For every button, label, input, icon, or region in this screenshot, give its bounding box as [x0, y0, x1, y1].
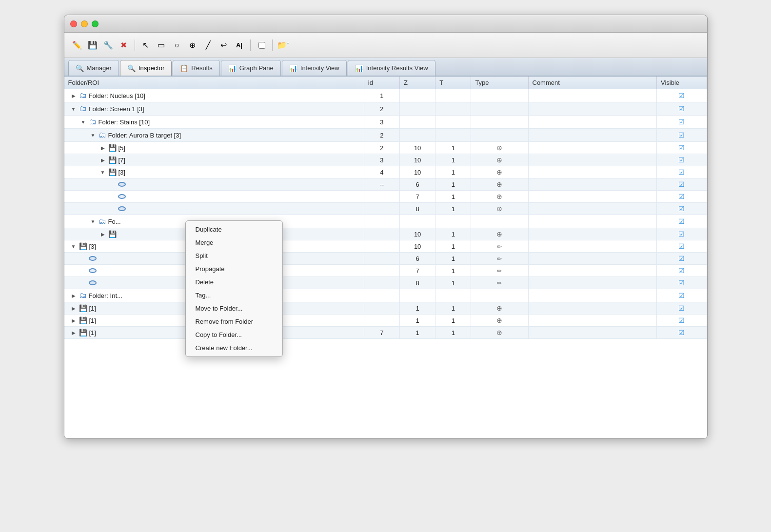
cell-type: ⊕ — [471, 142, 528, 154]
col-header-type: Type — [471, 77, 528, 89]
freehand-icon[interactable]: ↩ — [217, 39, 231, 52]
tree-expander[interactable]: ▶ — [70, 92, 77, 99]
context-menu-item-split[interactable]: Split — [186, 249, 282, 262]
table-body: ▶🗂Folder: Nucleus [10]1☑▼🗂Folder: Screen… — [64, 89, 707, 339]
table-scroll-area[interactable]: Folder/ROI id Z T Type Comment Visible ▶… — [64, 77, 707, 438]
tree-expander[interactable]: ▶ — [70, 305, 77, 312]
oval-icon — [118, 206, 126, 211]
cell-t: 1 — [435, 191, 471, 203]
cell-z: 7 — [400, 265, 435, 277]
table-row[interactable]: ▶💾[1]711⊕☑ — [64, 327, 707, 339]
line-icon[interactable]: ╱ — [201, 39, 215, 52]
table-row[interactable]: ▶🗂Folder: Nucleus [10]1☑ — [64, 89, 707, 102]
check-visible-icon: ☑ — [678, 316, 685, 324]
check-visible-icon: ☑ — [678, 118, 685, 126]
tree-expander[interactable]: ▶ — [99, 231, 106, 237]
tree-expander[interactable]: ▼ — [90, 218, 97, 225]
table-row[interactable]: 71✏☑ — [64, 265, 707, 277]
check-visible-icon: ☑ — [678, 230, 685, 238]
table-row[interactable]: --61⊕☑ — [64, 178, 707, 191]
cell-folder-roi: ▼🗂Folder: Aurora B target [3] — [64, 129, 364, 142]
table-row[interactable]: ▶💾[5]2101⊕☑ — [64, 142, 707, 154]
table-row[interactable]: 71⊕☑ — [64, 191, 707, 203]
table-row[interactable]: ▼💾[3]101✏☑ — [64, 240, 707, 253]
crosshair-icon[interactable]: ⊕ — [186, 39, 199, 52]
cell-z — [400, 289, 435, 302]
tab-manager[interactable]: 🔍 Manager — [68, 60, 119, 76]
crosshair-type-icon: ⊕ — [496, 316, 502, 324]
table-row[interactable]: 61✏☑ — [64, 253, 707, 265]
tree-expander[interactable]: ▶ — [99, 144, 106, 151]
table-row[interactable]: ▶🗂Folder: Int...☑ — [64, 289, 707, 302]
table-row[interactable]: ▶💾[1]11⊕☑ — [64, 315, 707, 327]
tree-expander[interactable]: ▼ — [70, 105, 77, 112]
table-row[interactable]: ▼🗂Fo...☑ — [64, 215, 707, 228]
tree-expander[interactable]: ▶ — [70, 317, 77, 324]
cell-id — [364, 228, 399, 240]
tree-expander[interactable]: ▼ — [90, 132, 97, 138]
tree-expander[interactable]: ▶ — [70, 329, 77, 336]
context-menu-item-delete[interactable]: Delete — [186, 276, 282, 289]
ellipse-icon[interactable]: ○ — [170, 39, 184, 52]
cell-type: ✏ — [471, 265, 528, 277]
edit-icon[interactable]: ✏️ — [70, 39, 84, 52]
check-visible-icon: ☑ — [678, 304, 685, 312]
table-row[interactable]: ▶💾[1]11⊕☑ — [64, 302, 707, 315]
context-menu-item-duplicate[interactable]: Duplicate — [186, 223, 282, 236]
close-button[interactable] — [70, 20, 77, 27]
tree-item-label: [3] — [89, 243, 96, 250]
title-bar — [64, 15, 707, 33]
tab-results[interactable]: 📋 Results — [173, 60, 219, 76]
cell-z: 6 — [400, 253, 435, 265]
tree-expander[interactable]: ▶ — [70, 292, 77, 299]
context-menu-item-propagate[interactable]: Propagate — [186, 262, 282, 276]
context-menu-item-create-new-folder[interactable]: Create new Folder... — [186, 341, 282, 355]
text-icon[interactable]: A| — [233, 39, 246, 52]
table-row[interactable]: ▼💾[3]4101⊕☑ — [64, 166, 707, 178]
maximize-button[interactable] — [92, 20, 99, 27]
tree-expander[interactable]: ▼ — [70, 243, 77, 250]
table-row[interactable]: ▼🗂Folder: Aurora B target [3]2☑ — [64, 129, 707, 142]
tab-inspector[interactable]: 🔍 Inspector — [120, 60, 172, 76]
context-menu-item-remove-from-folder[interactable]: Remove from Folder — [186, 315, 282, 328]
minimize-button[interactable] — [81, 20, 88, 27]
tab-graph-pane[interactable]: 📊 Graph Pane — [221, 60, 281, 76]
show-comment-checkbox[interactable] — [258, 42, 265, 49]
check-visible-icon: ☑ — [678, 292, 685, 299]
cell-t — [435, 289, 471, 302]
cursor-icon[interactable]: ↖ — [139, 39, 153, 52]
rectangle-icon[interactable]: ▭ — [155, 39, 168, 52]
check-visible-icon: ☑ — [678, 217, 685, 225]
context-menu-item-copy-to-folder[interactable]: Copy to Folder... — [186, 328, 282, 341]
cell-visible: ☑ — [657, 289, 707, 302]
save-icon[interactable]: 💾 — [86, 39, 99, 52]
table-row[interactable]: ▼🗂Folder: Screen 1 [3]2☑ — [64, 102, 707, 116]
table-row[interactable]: ▶💾101⊕☑ — [64, 228, 707, 240]
cell-id — [364, 215, 399, 228]
settings-icon[interactable]: 🔧 — [101, 39, 115, 52]
context-menu-item-merge[interactable]: Merge — [186, 236, 282, 249]
separator-3 — [272, 39, 273, 51]
tab-intensity-view[interactable]: 📊 Intensity View — [282, 60, 347, 76]
cell-type: ⊕ — [471, 154, 528, 166]
add-folder-icon[interactable]: 📁+ — [277, 39, 290, 52]
cell-comment — [528, 315, 657, 327]
context-menu-item-move-to-folder[interactable]: Move to Folder... — [186, 302, 282, 315]
tab-intensity-results-view[interactable]: 📊 Intensity Results View — [348, 60, 435, 76]
separator-2 — [250, 39, 251, 51]
tree-expander[interactable]: ▼ — [99, 169, 106, 176]
table-row[interactable]: 81⊕☑ — [64, 203, 707, 215]
delete-icon[interactable]: ✖ — [117, 39, 131, 52]
tree-expander[interactable]: ▼ — [80, 118, 87, 125]
table-row[interactable]: ▶💾[7]3101⊕☑ — [64, 154, 707, 166]
tree-expander[interactable]: ▶ — [99, 157, 106, 163]
table-row[interactable]: 81✏☑ — [64, 277, 707, 289]
context-menu-item-tag[interactable]: Tag... — [186, 289, 282, 302]
cell-t: 1 — [435, 277, 471, 289]
tree-item-label: Folder: Aurora B target [3] — [108, 132, 181, 139]
oval-icon — [118, 194, 126, 199]
cell-comment — [528, 240, 657, 253]
intensity-results-view-tab-icon: 📊 — [355, 64, 363, 72]
table-row[interactable]: ▼🗂Folder: Stains [10]3☑ — [64, 116, 707, 129]
cell-folder-roi: ▼💾[3] — [64, 166, 364, 178]
